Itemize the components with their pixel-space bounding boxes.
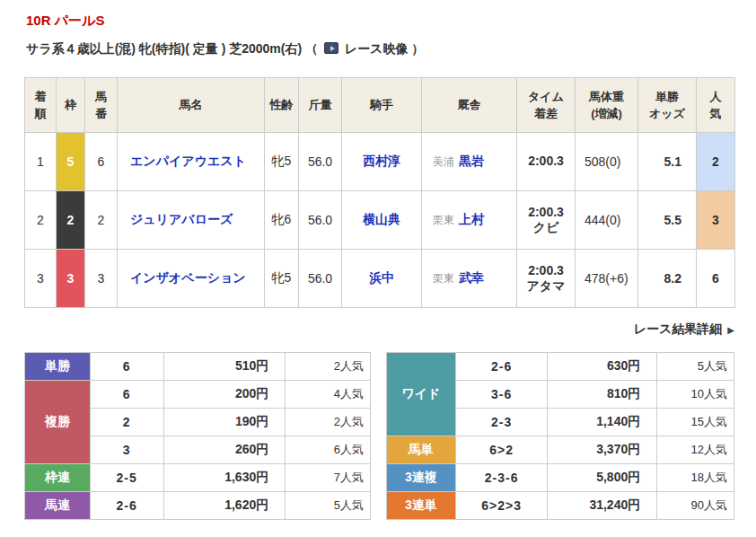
bet-type-label: 単勝 bbox=[25, 353, 91, 381]
race-result-page: 10R パールS サラ系４歳以上(混) 牝(特指)( 定量 ) 芝2000m(右… bbox=[0, 0, 756, 537]
result-row: 222ジュリアバローズ牝656.0横山典栗東上村2:00.3 クビ444(0)5… bbox=[25, 191, 735, 250]
frame-number: 2 bbox=[57, 191, 85, 250]
horse-name-cell: エンパイアウエスト bbox=[118, 133, 265, 191]
payout-section: 単勝6510円2人気複勝6200円4人気2190円2人気3260円6人気枠連2-… bbox=[24, 352, 734, 520]
jockey-link[interactable]: 横山典 bbox=[363, 212, 400, 226]
win-odds: 8.2 bbox=[638, 250, 697, 308]
payout-combination: 6>2 bbox=[455, 436, 548, 464]
payout-left-body: 単勝6510円2人気複勝6200円4人気2190円2人気3260円6人気枠連2-… bbox=[25, 353, 371, 520]
time-margin: 2:00.3 アタマ bbox=[517, 250, 576, 308]
stable-cell: 美浦黒岩 bbox=[422, 133, 517, 191]
payout-popularity: 10人気 bbox=[657, 381, 734, 409]
paren-close: ） bbox=[411, 41, 424, 56]
results-col-header: 馬体重 (増減) bbox=[576, 78, 638, 133]
jockey-link[interactable]: 浜中 bbox=[369, 270, 394, 285]
payout-combination: 3 bbox=[90, 436, 163, 464]
carried-weight: 56.0 bbox=[299, 191, 342, 250]
payout-amount: 1,620円 bbox=[163, 492, 286, 520]
payout-popularity: 7人気 bbox=[286, 464, 371, 492]
jockey-cell: 浜中 bbox=[342, 250, 422, 308]
payout-amount: 260円 bbox=[163, 436, 286, 464]
jockey-cell: 西村淳 bbox=[342, 133, 422, 191]
popularity: 3 bbox=[697, 191, 735, 250]
sex-age: 牝6 bbox=[265, 191, 299, 250]
payout-combination: 2-5 bbox=[90, 464, 163, 492]
trainer-link[interactable]: 上村 bbox=[459, 212, 484, 226]
result-row: 156エンパイアウエスト牝556.0西村淳美浦黒岩2:00.3508(0)5.1… bbox=[25, 133, 735, 191]
payout-amount: 200円 bbox=[163, 381, 286, 409]
finish-position: 2 bbox=[25, 191, 57, 250]
chevron-right-icon: ▶ bbox=[727, 325, 734, 335]
payout-amount: 31,240円 bbox=[548, 492, 657, 520]
payout-amount: 190円 bbox=[163, 409, 286, 436]
payout-row: 3連複2-3-65,800円18人気 bbox=[387, 464, 734, 492]
bet-type-label: 馬連 bbox=[25, 492, 91, 520]
payout-row: 複勝6200円4人気 bbox=[25, 381, 371, 409]
payout-popularity: 4人気 bbox=[286, 381, 371, 409]
play-video-icon[interactable] bbox=[324, 42, 338, 54]
payout-amount: 5,800円 bbox=[548, 464, 657, 492]
stable-cell: 栗東上村 bbox=[422, 191, 517, 250]
bet-type-label: 複勝 bbox=[25, 381, 91, 464]
results-body: 156エンパイアウエスト牝556.0西村淳美浦黒岩2:00.3508(0)5.1… bbox=[25, 133, 735, 308]
payout-combination: 6 bbox=[90, 353, 163, 381]
payout-row: ワイド2-6630円5人気 bbox=[387, 353, 734, 381]
horse-number: 2 bbox=[85, 191, 118, 250]
horse-name-link[interactable]: エンパイアウエスト bbox=[130, 154, 246, 168]
carried-weight: 56.0 bbox=[299, 133, 342, 191]
payout-row: 3連単6>2>331,240円90人気 bbox=[387, 492, 734, 520]
result-row: 333インザオベーション牝556.0浜中栗東武幸2:00.3 アタマ478(+6… bbox=[25, 250, 735, 308]
trainer-link[interactable]: 黒岩 bbox=[459, 154, 484, 168]
trainer-link[interactable]: 武幸 bbox=[459, 270, 484, 285]
payout-amount: 3,370円 bbox=[548, 436, 657, 464]
results-col-header: 人 気 bbox=[697, 78, 735, 133]
bet-type-label: 馬単 bbox=[387, 436, 456, 464]
payout-popularity: 5人気 bbox=[657, 353, 734, 381]
stable-cell: 栗東武幸 bbox=[422, 250, 517, 308]
results-col-header: 単勝 オッズ bbox=[638, 78, 697, 133]
payout-row: 単勝6510円2人気 bbox=[25, 353, 371, 381]
payout-combination: 6>2>3 bbox=[455, 492, 548, 520]
win-odds: 5.1 bbox=[638, 133, 697, 191]
horse-number: 3 bbox=[85, 250, 118, 308]
stable-region: 栗東 bbox=[433, 214, 454, 226]
payout-row: 枠連2-51,630円7人気 bbox=[25, 464, 371, 492]
paren-open: （ bbox=[305, 41, 318, 56]
payout-popularity: 2人気 bbox=[286, 353, 371, 381]
bet-type-label: ワイド bbox=[387, 353, 456, 436]
results-col-header: 枠 bbox=[57, 78, 85, 133]
popularity: 6 bbox=[697, 250, 735, 308]
carried-weight: 56.0 bbox=[299, 250, 342, 308]
payout-row: 馬単6>23,370円12人気 bbox=[387, 436, 734, 464]
body-weight: 478(+6) bbox=[576, 250, 638, 308]
frame-number: 3 bbox=[57, 250, 85, 308]
payout-combination: 2-3 bbox=[455, 409, 548, 436]
payout-combination: 2-6 bbox=[90, 492, 163, 520]
popularity: 2 bbox=[697, 133, 735, 191]
horse-name-link[interactable]: インザオベーション bbox=[130, 270, 246, 285]
payout-combination: 2-3-6 bbox=[455, 464, 548, 492]
time-margin: 2:00.3 bbox=[517, 133, 576, 191]
payout-amount: 1,630円 bbox=[163, 464, 286, 492]
payout-amount: 510円 bbox=[163, 353, 286, 381]
stable-region: 美浦 bbox=[433, 155, 454, 168]
payout-table-right: ワイド2-6630円5人気3-6810円10人気2-31,140円15人気馬単6… bbox=[386, 352, 734, 520]
jockey-link[interactable]: 西村淳 bbox=[363, 154, 400, 168]
finish-position: 1 bbox=[25, 133, 57, 191]
horse-name-link[interactable]: ジュリアバローズ bbox=[130, 212, 233, 226]
payout-popularity: 6人気 bbox=[286, 436, 371, 464]
payout-right-body: ワイド2-6630円5人気3-6810円10人気2-31,140円15人気馬単6… bbox=[387, 353, 734, 520]
sex-age: 牝5 bbox=[265, 133, 299, 191]
race-title: 10R パールS bbox=[26, 13, 734, 30]
payout-combination: 2 bbox=[90, 409, 163, 436]
race-video-link[interactable]: レース映像 bbox=[345, 41, 409, 56]
horse-number: 6 bbox=[85, 133, 118, 191]
results-header-row: 着 順枠馬 番馬名性齢斤量騎手厩舎タイム 着差馬体重 (増減)単勝 オッズ人 気 bbox=[25, 78, 735, 133]
detail-link-row: レース結果詳細▶ bbox=[24, 321, 734, 338]
race-result-detail-link[interactable]: レース結果詳細▶ bbox=[634, 321, 734, 336]
payout-amount: 630円 bbox=[548, 353, 657, 381]
payout-amount: 1,140円 bbox=[548, 409, 657, 436]
results-col-header: 馬名 bbox=[118, 78, 265, 133]
payout-popularity: 90人気 bbox=[657, 492, 734, 520]
results-col-header: 馬 番 bbox=[85, 78, 118, 133]
